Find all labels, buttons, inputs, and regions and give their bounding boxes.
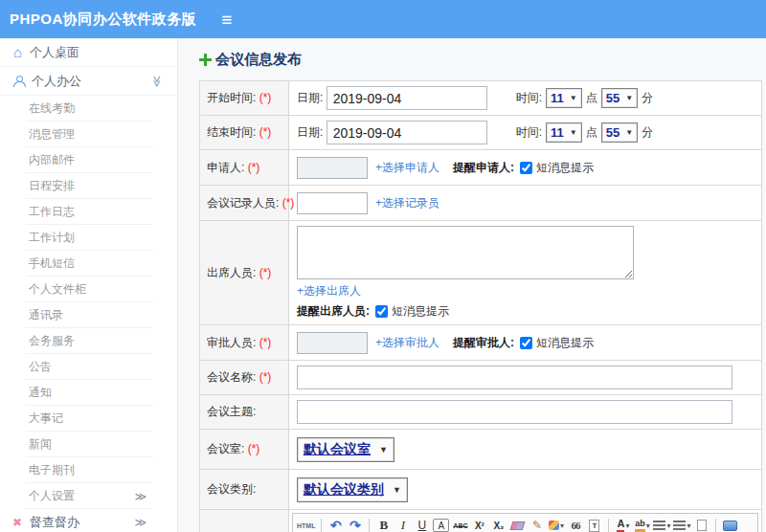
hour-unit-label: 点 bbox=[586, 90, 597, 106]
choose-attendees-link[interactable]: +选择出席人 bbox=[297, 283, 361, 299]
meeting-subject-input[interactable] bbox=[297, 400, 732, 424]
sidebar-item-contacts[interactable]: 通讯录 bbox=[0, 302, 177, 328]
sidebar-item-office[interactable]: 个人办公 ≫ bbox=[0, 67, 177, 96]
sidebar-item-work-log[interactable]: 工作日志 bbox=[0, 199, 177, 225]
start-time-label: 开始时间: (*) bbox=[207, 91, 271, 104]
approver-input[interactable] bbox=[297, 332, 368, 354]
date-label: 日期: bbox=[297, 90, 323, 106]
table-row: 会议室: (*) 默认会议室▼ bbox=[200, 430, 762, 470]
strikethrough-button[interactable]: ABC bbox=[452, 517, 468, 532]
unordered-list-button[interactable]: ▾ bbox=[673, 517, 690, 532]
paste-as-text-button[interactable]: T bbox=[586, 517, 602, 532]
html-source-button[interactable]: HTML bbox=[297, 517, 315, 532]
blockquote-button[interactable]: 66 bbox=[567, 517, 583, 532]
sidebar-item-schedule[interactable]: 日程安排 bbox=[0, 173, 177, 199]
top-bar: PHPOA协同办公软件政务版 ≡ bbox=[0, 0, 766, 38]
remind-approver-label: 提醒审批人: bbox=[453, 335, 514, 351]
sidebar-item-supervision[interactable]: ✖ 督查督办 ≫ bbox=[0, 509, 177, 532]
toolbar-separator bbox=[715, 519, 716, 532]
sidebar-item-memorabilia[interactable]: 大事记 bbox=[0, 406, 177, 432]
subscript-button[interactable]: X₂ bbox=[490, 517, 507, 532]
ordered-list-button[interactable]: ▾ bbox=[653, 517, 670, 532]
remove-format-button[interactable] bbox=[509, 517, 526, 532]
meeting-name-input[interactable] bbox=[297, 366, 732, 389]
sidebar-item-internal-mail[interactable]: 内部邮件 bbox=[0, 147, 177, 173]
chevron-down-icon: ≫ bbox=[151, 75, 165, 87]
start-minute-select[interactable]: 55▼ bbox=[601, 88, 638, 108]
format-brush-button[interactable]: ✎ bbox=[529, 517, 545, 532]
choose-applicant-link[interactable]: +选择申请人 bbox=[375, 160, 439, 176]
paint-format-button[interactable]: ▾ bbox=[548, 517, 564, 532]
approver-sms-checkbox[interactable] bbox=[520, 337, 532, 349]
date-label: 日期: bbox=[297, 124, 323, 141]
sidebar-item-e-journal[interactable]: 电子期刊 bbox=[0, 457, 177, 483]
meeting-room-label: 会议室: (*) bbox=[207, 442, 259, 455]
rich-text-editor: HTML ↶ ↷ B I U A ABC X² X₂ bbox=[292, 513, 758, 532]
sidebar-item-label: 个人办公 bbox=[32, 73, 81, 90]
redo-icon[interactable]: ↷ bbox=[347, 517, 363, 532]
choose-recorder-link[interactable]: +选择记录员 bbox=[375, 195, 439, 211]
sidebar-item-desktop[interactable]: ⌂ 个人桌面 bbox=[0, 38, 177, 67]
italic-button[interactable]: I bbox=[394, 517, 411, 532]
new-page-button[interactable] bbox=[693, 517, 710, 532]
undo-icon[interactable]: ↶ bbox=[327, 517, 344, 532]
sidebar-item-work-plan[interactable]: 工作计划 bbox=[0, 225, 177, 251]
applicant-label: 申请人: (*) bbox=[207, 161, 259, 174]
superscript-button[interactable]: X² bbox=[471, 517, 487, 532]
recorder-input[interactable] bbox=[297, 192, 368, 214]
sidebar-item-label: 督查督办 bbox=[30, 514, 79, 531]
start-date-input[interactable] bbox=[327, 86, 487, 110]
hamburger-menu-icon[interactable]: ≡ bbox=[221, 11, 232, 29]
table-row: HTML ↶ ↷ B I U A ABC X² X₂ bbox=[200, 510, 762, 532]
toolbar-separator bbox=[608, 519, 609, 532]
list-icon bbox=[673, 521, 686, 531]
chevron-down-icon: ▾ bbox=[687, 521, 690, 530]
attendees-sms-checkbox[interactable] bbox=[375, 305, 388, 318]
sidebar-item-conference-service[interactable]: 会务服务 bbox=[0, 328, 177, 354]
palette-icon bbox=[549, 521, 559, 530]
sidebar-item-news[interactable]: 新闻 bbox=[0, 432, 177, 457]
remind-attendees-label: 提醒出席人员: bbox=[297, 303, 370, 320]
meeting-category-select[interactable]: 默认会议类别▼ bbox=[297, 477, 408, 502]
font-color-button[interactable]: A▾ bbox=[615, 517, 631, 532]
sidebar-item-messages[interactable]: 消息管理 bbox=[0, 122, 177, 147]
minute-unit-label: 分 bbox=[642, 124, 653, 141]
end-minute-select[interactable]: 55▼ bbox=[601, 122, 638, 143]
main-content: 会议信息发布 开始时间: (*) 日期: 时间: 11▼ 点 55▼ 分 bbox=[179, 38, 766, 532]
fullscreen-button[interactable] bbox=[722, 517, 738, 532]
toolbar-separator bbox=[369, 519, 370, 532]
applicant-input[interactable] bbox=[297, 157, 368, 179]
end-date-input[interactable] bbox=[327, 121, 487, 144]
sidebar-item-announcements[interactable]: 公告 bbox=[0, 354, 177, 380]
sidebar-item-settings[interactable]: 个人设置 ≫ bbox=[0, 483, 177, 509]
supervision-icon: ✖ bbox=[12, 517, 22, 528]
sidebar-item-notices[interactable]: 通知 bbox=[0, 380, 177, 406]
add-icon bbox=[199, 54, 212, 66]
meeting-subject-label: 会议主题: bbox=[207, 405, 256, 418]
monitor-icon bbox=[723, 521, 737, 531]
chevron-right-icon: ≫ bbox=[134, 516, 146, 529]
applicant-sms-checkbox[interactable] bbox=[520, 162, 532, 174]
font-style-button[interactable]: A bbox=[433, 519, 449, 532]
time-label: 时间: bbox=[516, 90, 542, 106]
choose-approver-link[interactable]: +选择审批人 bbox=[375, 335, 439, 351]
meeting-room-select[interactable]: 默认会议室▼ bbox=[297, 437, 394, 462]
underline-button[interactable]: U bbox=[414, 517, 430, 532]
remind-applicant-label: 提醒申请人: bbox=[453, 160, 514, 176]
meeting-name-label: 会议名称: (*) bbox=[207, 370, 271, 384]
sidebar-item-sms[interactable]: 手机短信 bbox=[0, 251, 177, 277]
bold-button[interactable]: B bbox=[375, 517, 392, 532]
table-row: 会议主题: bbox=[200, 395, 762, 430]
start-hour-select[interactable]: 11▼ bbox=[546, 88, 582, 108]
sidebar-item-file-cabinet[interactable]: 个人文件柜 bbox=[0, 277, 177, 302]
sidebar-item-attendance[interactable]: 在线考勤 bbox=[0, 96, 177, 122]
end-hour-select[interactable]: 11▼ bbox=[546, 122, 582, 143]
attendees-textarea[interactable] bbox=[297, 226, 634, 279]
table-row: 出席人员: (*) +选择出席人 提醒出席人员: 短消息提示 bbox=[200, 221, 762, 325]
approver-label: 审批人员: (*) bbox=[207, 336, 271, 349]
chevron-down-icon: ▼ bbox=[625, 128, 633, 137]
clipboard-icon: T bbox=[589, 520, 599, 532]
chevron-down-icon: ▼ bbox=[625, 94, 633, 102]
highlight-color-button[interactable]: ab▾ bbox=[634, 517, 650, 532]
minute-unit-label: 分 bbox=[642, 90, 653, 106]
